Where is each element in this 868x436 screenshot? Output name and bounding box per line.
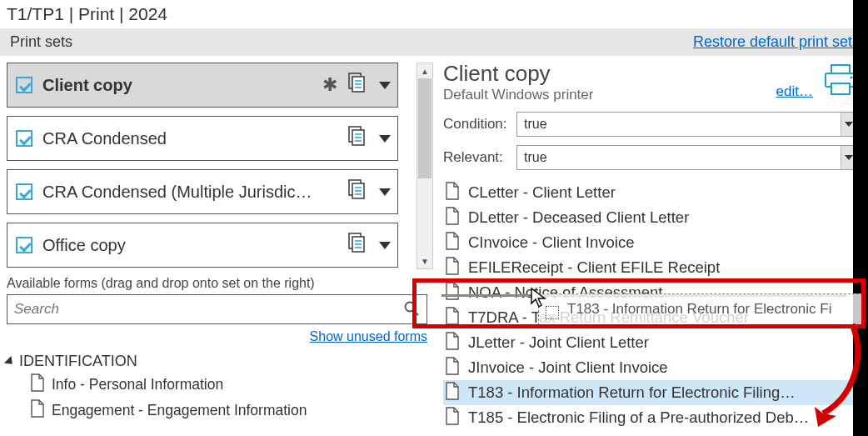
- search-icon[interactable]: [403, 300, 420, 319]
- form-item-label: JLetter - Joint Client Letter: [468, 333, 649, 352]
- scrollbar-thumb[interactable]: [418, 78, 432, 178]
- page-icon: [445, 182, 460, 204]
- print-set-cra-condensed-multi[interactable]: CRA Condensed (Multiple Jurisdic…: [7, 169, 398, 214]
- page-icon: [445, 307, 460, 329]
- print-set-office-copy[interactable]: Office copy: [7, 223, 398, 268]
- relevant-label: Relevant:: [443, 149, 516, 166]
- print-set-client-copy[interactable]: Client copy ✱: [7, 63, 398, 108]
- svg-rect-24: [831, 83, 850, 94]
- print-set-label: Office copy: [42, 236, 344, 255]
- tree-item-info[interactable]: Info - Personal Information: [30, 373, 427, 396]
- left-column: Client copy ✱ CRA Condensed CRA Condense…: [0, 56, 432, 433]
- page-icon: [445, 382, 460, 404]
- checkbox-icon[interactable]: [16, 237, 32, 253]
- checkbox-icon[interactable]: [16, 77, 32, 93]
- condition-select[interactable]: true: [516, 112, 860, 137]
- page-icon: [445, 357, 460, 379]
- page-icon: [445, 407, 460, 429]
- svg-line-21: [414, 310, 419, 315]
- cursor-icon: [530, 287, 548, 308]
- search-input[interactable]: [14, 301, 403, 318]
- available-forms-hint: Available forms (drag and drop onto set …: [7, 276, 427, 291]
- form-item-label: T183 - Information Return for Electronic…: [468, 383, 796, 402]
- page-icon: [445, 282, 460, 304]
- form-item-label: T185 - Electronic Filing of a Pre-author…: [468, 408, 809, 427]
- page-icon: [445, 232, 460, 254]
- subheader-label: Print sets: [10, 33, 72, 51]
- right-column: Client copy Default Windows printer edit…: [432, 56, 868, 433]
- relevant-select[interactable]: true: [516, 145, 860, 170]
- form-list-item[interactable]: CLetter - Client Letter: [443, 180, 860, 205]
- svg-rect-22: [831, 65, 850, 73]
- checkbox-icon[interactable]: [16, 130, 32, 147]
- form-list-item[interactable]: EFILEReceipt - Client EFILE Receipt: [443, 255, 860, 280]
- tree-item-label: Info - Personal Information: [52, 376, 223, 393]
- scroll-up-icon[interactable]: ▲: [417, 63, 432, 78]
- drag-ghost-label: T183 - Information Return for Electronic…: [567, 301, 831, 318]
- printer-name: Default Windows printer: [443, 87, 593, 103]
- form-list-item[interactable]: T183 - Information Return for Electronic…: [443, 380, 860, 405]
- form-list-item[interactable]: JLetter - Joint Client Letter: [443, 330, 860, 355]
- print-set-cra-condensed[interactable]: CRA Condensed: [7, 116, 398, 161]
- form-item-label: DLetter - Deceased Client Letter: [468, 208, 689, 227]
- relevant-value: true: [524, 150, 547, 165]
- form-item-label: CLetter - Client Letter: [468, 183, 616, 202]
- document-stack-icon[interactable]: [344, 231, 369, 260]
- page-title: T1/TP1 | Print | 2024: [0, 0, 868, 28]
- checkbox-icon[interactable]: [16, 183, 32, 200]
- star-icon: ✱: [322, 74, 337, 96]
- print-set-label: CRA Condensed: [42, 129, 344, 148]
- group-label: IDENTIFICATION: [19, 353, 137, 369]
- tree-item-engagement[interactable]: Engagement - Engagement Information: [30, 399, 427, 422]
- tree-item-label: Engagement - Engagement Information: [52, 402, 307, 419]
- form-item-label: JInvoice - Joint Client Invoice: [468, 358, 668, 377]
- document-stack-icon[interactable]: [344, 124, 369, 153]
- restore-default-link[interactable]: Restore default print sets: [693, 33, 860, 51]
- search-box[interactable]: [7, 294, 427, 324]
- chevron-down-icon[interactable]: [379, 242, 391, 249]
- print-sets-scrollbar[interactable]: ▲ ▼: [417, 63, 433, 269]
- svg-point-20: [406, 302, 415, 311]
- form-list-item[interactable]: T185 - Electronic Filing of a Pre-author…: [443, 405, 860, 430]
- right-panel-title: Client copy: [443, 61, 593, 87]
- form-list-item[interactable]: JInvoice - Joint Client Invoice: [443, 355, 860, 380]
- document-stack-icon[interactable]: [344, 71, 369, 100]
- page-icon: [445, 207, 460, 229]
- scroll-down-icon[interactable]: ▼: [417, 253, 432, 268]
- page-icon: [30, 399, 45, 422]
- form-list-item[interactable]: CInvoice - Client Invoice: [443, 230, 860, 255]
- page-icon: [445, 257, 460, 279]
- window-right-edge: [853, 0, 868, 436]
- drag-ghost: T183 - Information Return for Electronic…: [538, 293, 863, 325]
- print-set-label: CRA Condensed (Multiple Jurisdic…: [42, 183, 344, 202]
- chevron-down-icon[interactable]: [379, 188, 391, 196]
- form-list-item[interactable]: DLetter - Deceased Client Letter: [443, 205, 860, 230]
- condition-value: true: [524, 117, 547, 132]
- chevron-down-icon[interactable]: [379, 135, 391, 143]
- document-stack-icon[interactable]: [344, 178, 369, 207]
- form-item-label: EFILEReceipt - Client EFILE Receipt: [468, 258, 720, 277]
- page-icon: [445, 332, 460, 354]
- page-icon: [30, 373, 45, 396]
- show-unused-link[interactable]: Show unused forms: [310, 329, 427, 343]
- edit-printer-link[interactable]: edit…: [776, 83, 813, 100]
- subheader: Print sets Restore default print sets: [0, 28, 868, 56]
- chevron-down-icon[interactable]: [379, 82, 391, 89]
- condition-label: Condition:: [443, 116, 516, 133]
- print-set-label: Client copy: [42, 76, 322, 95]
- tree-group-identification[interactable]: IDENTIFICATION: [7, 353, 427, 370]
- tree-expand-icon[interactable]: [4, 356, 16, 368]
- form-item-label: CInvoice - Client Invoice: [468, 233, 634, 252]
